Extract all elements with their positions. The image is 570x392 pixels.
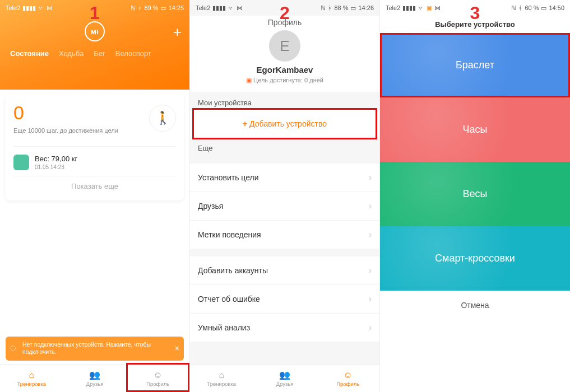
- device-bracelet[interactable]: Браслет: [380, 33, 570, 97]
- carrier-label: Tele2: [6, 4, 20, 11]
- step-subtext: Еще 10000 шаг. до достижения цели: [13, 127, 118, 134]
- connect-toast[interactable]: ◌ Нет подключенных устройств. Нажмите, ч…: [6, 337, 184, 361]
- device-bracelet-label: Браслет: [456, 59, 494, 71]
- clock: 14:25: [168, 4, 184, 11]
- item-label: Установить цели: [198, 173, 259, 182]
- nav-friends[interactable]: 👥 Друзья: [63, 365, 127, 392]
- plus-icon: +: [243, 119, 247, 128]
- add-icon[interactable]: +: [173, 24, 182, 41]
- add-device-button[interactable]: + Добавить устройство: [190, 110, 379, 137]
- clock: 14:50: [549, 4, 564, 11]
- toast-close-icon[interactable]: ×: [175, 343, 179, 353]
- battery-pct: 88 %: [334, 4, 348, 11]
- item-friends[interactable]: Друзья›: [190, 192, 379, 221]
- battery-icon: ▭: [541, 4, 546, 12]
- nav-profile[interactable]: ☺ Профиль: [126, 365, 189, 392]
- step-count: 0: [13, 102, 118, 124]
- settings-list-1: Установить цели› Друзья› Метки поведения…: [190, 164, 379, 249]
- toast-icon: ◌: [10, 344, 16, 353]
- tab-run[interactable]: Бег: [94, 49, 105, 58]
- friends-icon: 👥: [279, 370, 290, 380]
- wifi-icon: ᯤ: [228, 4, 234, 11]
- bluetooth-icon: ᚼ: [328, 4, 332, 11]
- bottom-nav: ⌂ Тренировка 👥 Друзья ☺ Профиль: [0, 364, 189, 392]
- goal-text: ▣ Цель достигнута: 0 дней: [190, 77, 379, 84]
- tab-state[interactable]: Состояние: [10, 49, 49, 58]
- battery-icon: ▭: [350, 4, 356, 12]
- nav-profile-label: Профиль: [336, 381, 359, 387]
- profile-icon: ☺: [154, 370, 163, 380]
- chevron-right-icon: ›: [369, 323, 372, 333]
- chevron-right-icon: ›: [369, 265, 372, 276]
- phone-3: 3 Tele2 ▮▮▮▮ ᯤ ▣ ⋈ ℕ ᚼ 60 % ▭ 14:50 Выбе…: [380, 0, 570, 392]
- chevron-right-icon: ›: [369, 294, 372, 304]
- device-scale-label: Весы: [463, 188, 488, 200]
- avatar[interactable]: Е: [269, 30, 300, 62]
- devices-section-label: Мои устройства: [190, 92, 379, 110]
- overlay-number-2: 2: [280, 3, 290, 24]
- item-label: Друзья: [198, 202, 223, 211]
- chevron-right-icon: ›: [369, 172, 372, 183]
- item-label: Добавить аккаунты: [198, 266, 268, 275]
- item-label: Метки поведения: [198, 230, 261, 239]
- cancel-button[interactable]: Отмена: [380, 291, 570, 320]
- signal-icon: ▮▮▮▮: [22, 4, 36, 12]
- item-smart[interactable]: Умный анализ›: [190, 314, 379, 342]
- device-shoes[interactable]: Смарт-кроссовки: [380, 226, 570, 291]
- home-icon: ⌂: [219, 370, 225, 380]
- bottom-nav: ⌂ Тренировка 👥 Друзья ☺ Профиль: [190, 364, 379, 392]
- cast-icon: ⋈: [47, 4, 53, 12]
- overlay-number-1: 1: [90, 3, 100, 24]
- show-more-link[interactable]: Показать еще: [13, 176, 176, 193]
- cast-icon: ⋈: [237, 4, 243, 12]
- item-behavior[interactable]: Метки поведения›: [190, 221, 379, 249]
- chevron-right-icon: ›: [369, 230, 372, 240]
- signal-icon: ▮▮▮▮: [212, 4, 226, 12]
- item-label: Отчет об ошибке: [198, 295, 260, 304]
- walk-icon: 🚶: [149, 105, 176, 132]
- device-scale[interactable]: Весы: [380, 162, 570, 226]
- phone-1: 1 Tele2 ▮▮▮▮ ᯤ ⋈ ℕ ᚼ 89 % ▭ 14:25 + ᴍı: [0, 0, 190, 392]
- scale-icon: [13, 155, 29, 170]
- nfc-icon: ℕ: [131, 4, 136, 12]
- chevron-right-icon: ›: [369, 201, 372, 211]
- item-accounts[interactable]: Добавить аккаунты›: [190, 256, 379, 285]
- goal-label: Цель достигнута: 0 дней: [253, 77, 323, 83]
- device-shoes-label: Смарт-кроссовки: [435, 253, 515, 264]
- nav-training[interactable]: ⌂ Тренировка: [0, 365, 63, 392]
- nav-friends-label: Друзья: [276, 381, 294, 387]
- home-tabs: Состояние Ходьба Бег Велоспорт: [0, 41, 189, 58]
- clock: 14:26: [358, 4, 374, 11]
- profile-icon: ☺: [344, 370, 353, 380]
- device-watch-label: Часы: [463, 124, 488, 136]
- item-bugreport[interactable]: Отчет об ошибке›: [190, 285, 379, 314]
- wifi-icon: ᯤ: [38, 4, 44, 11]
- add-device-label: Добавить устройство: [249, 119, 327, 128]
- steps-card[interactable]: 0 Еще 10000 шаг. до достижения цели 🚶 Ве…: [6, 94, 184, 200]
- carrier-label: Tele2: [386, 4, 400, 11]
- nfc-icon: ℕ: [321, 4, 326, 12]
- username: EgorKambaev: [190, 65, 379, 74]
- nav-friends[interactable]: 👥 Друзья: [253, 365, 317, 392]
- device-watch[interactable]: Часы: [380, 97, 570, 162]
- weight-label: Вес: 79,00 кг: [35, 155, 77, 163]
- signal-icon: ▮▮▮▮: [402, 4, 416, 12]
- nav-training-label: Тренировка: [207, 381, 237, 387]
- weight-row[interactable]: Вес: 79,00 кг 01.05 14:23: [13, 146, 176, 170]
- nav-training-label: Тренировка: [17, 381, 47, 387]
- settings-list-2: Добавить аккаунты› Отчет об ошибке› Умны…: [190, 256, 379, 342]
- carrier-label: Tele2: [196, 4, 210, 11]
- chip-icon: ▣: [427, 4, 432, 12]
- nav-training[interactable]: ⌂ Тренировка: [190, 365, 253, 392]
- tab-bike[interactable]: Велоспорт: [115, 49, 151, 58]
- goal-icon: ▣: [246, 77, 252, 83]
- overlay-number-3: 3: [470, 3, 480, 24]
- tab-walk[interactable]: Ходьба: [59, 49, 84, 58]
- item-goals[interactable]: Установить цели›: [190, 164, 379, 192]
- toast-text: Нет подключенных устройств. Нажмите, что…: [22, 341, 151, 356]
- weight-date: 01.05 14:23: [35, 164, 77, 170]
- bluetooth-icon: ᚼ: [518, 4, 522, 11]
- nfc-icon: ℕ: [511, 4, 516, 12]
- nav-profile[interactable]: ☺ Профиль: [316, 365, 379, 392]
- home-icon: ⌂: [29, 370, 35, 380]
